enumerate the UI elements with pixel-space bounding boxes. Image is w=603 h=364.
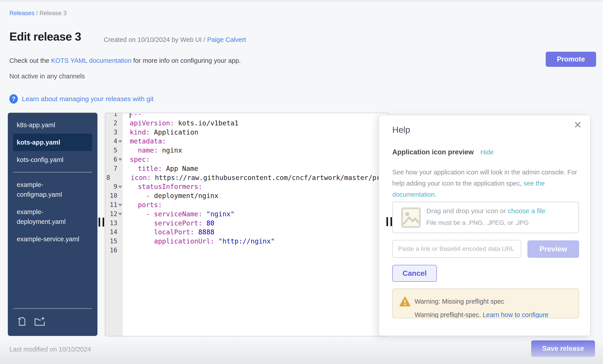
editor-line-8[interactable]: 8 icon: https://raw.githubusercontent.co… [105,173,388,182]
line-number: 13 [105,219,123,228]
hide-link[interactable]: Hide [480,149,494,156]
code-text: servicePort: 80 [123,219,214,228]
icon-url-input[interactable] [392,240,521,258]
editor-line-16[interactable]: 16 [105,246,388,255]
breadcrumb-releases-link[interactable]: Releases [9,10,35,16]
code-text: applicationUrl: "http://nginx" [123,237,275,246]
breadcrumb: Releases / Release 3 [9,10,67,17]
question-circle-icon: ? [9,94,18,104]
description-text: See how your application icon will look … [392,169,577,187]
channel-status: Not active in any channels [9,73,85,80]
edit-release-page: Releases / Release 3 Edit release 3 Crea… [0,0,603,364]
yaml-editor[interactable]: 1---2apiVersion: kots.io/v1beta13kind: A… [105,113,389,336]
editor-line-12[interactable]: 12 - serviceName: "nginx" [105,210,388,219]
promote-button[interactable]: Promote [546,52,596,67]
help-panel-resize-handle[interactable] [386,217,392,226]
editor-line-13[interactable]: 13 servicePort: 80 [105,219,388,228]
created-info: Created on 10/10/2024 by Web UI / Paige … [104,36,246,44]
line-number: 3 [105,128,123,137]
code-text: kind: Application [123,128,198,137]
code-text: name: nginx [123,146,182,155]
file-item-example-deployment.yaml[interactable]: example-deployment.yaml [13,203,92,230]
preview-button[interactable]: Preview [527,240,579,258]
created-text: Created on 10/10/2024 by Web UI / [104,36,207,43]
editor-line-7[interactable]: 7 title: App Name [105,164,388,173]
line-number: 11 [105,200,123,210]
editor-line-6[interactable]: 6spec: [105,155,388,164]
code-text [123,246,130,255]
file-tree-bottom-divider [13,308,92,309]
file-item-k8s-app.yaml[interactable]: k8s-app.yaml [13,116,92,134]
created-user-link[interactable]: Paige Calvert [207,36,246,43]
file-item-kots-config.yaml[interactable]: kots-config.yaml [13,151,92,168]
git-releases-link[interactable]: ? Learn about managing your releases wit… [9,94,153,104]
fold-arrow-icon[interactable] [118,213,122,215]
editor-line-2[interactable]: 2apiVersion: kots.io/v1beta1 [105,119,388,128]
line-number: 15 [105,237,123,246]
line-number: 9 [105,182,123,191]
doc-hint-pre: Check out the [9,57,51,64]
fold-arrow-icon[interactable] [118,204,122,206]
close-icon[interactable]: ✕ [574,119,582,131]
code-text: metadata: [123,137,166,146]
code-text: icon: https://raw.githubusercontent.com/… [116,173,388,182]
line-number: 6 [105,155,123,164]
cancel-button[interactable]: Cancel [392,265,437,282]
editor-line-5[interactable]: 5 name: nginx [105,146,388,155]
code-text: statusInformers: [123,182,202,191]
editor-line-11[interactable]: 11 ports: [105,200,388,210]
icon-preview-header: Application icon preview Hide [392,148,494,156]
preflight-warning: Warning: Missing preflight spec Warning … [392,288,579,318]
warning-detail-text: Warning preflight-spec. [415,311,483,318]
code-text: ports: [123,200,162,210]
add-folder-icon[interactable] [34,316,45,327]
breadcrumb-separator: / [35,10,40,16]
editor-line-4[interactable]: 4metadata: [105,137,388,146]
line-number: 10 [105,191,123,200]
warning-title: Warning: Missing preflight spec [415,298,504,305]
line-number: 1 [105,113,123,119]
doc-hint: Check out the KOTS YAML documentation fo… [9,57,241,64]
last-modified: Last modified on 10/10/2024 [9,346,91,353]
description-period: . [435,191,436,198]
dropzone-text-pre: Drag and drop your icon or [426,207,508,215]
learn-configure-link[interactable]: Learn how to configure [483,311,548,318]
code-text: - serviceName: "nginx" [123,210,235,219]
help-panel: ✕ Help Application icon preview Hide See… [378,115,591,336]
icon-preview-description: See how your application icon will look … [392,167,581,200]
code-text: --- [123,113,142,119]
editor-line-14[interactable]: 14 localPort: 8888 [105,228,388,237]
code-text: localPort: 8888 [123,228,214,237]
editor-line-10[interactable]: 10 - deployment/nginx [105,191,388,200]
fold-arrow-icon[interactable] [118,158,122,161]
add-file-icon[interactable] [17,316,27,327]
icon-dropzone[interactable]: Drag and drop your icon or choose a file… [392,202,579,233]
save-release-button[interactable]: Save release [531,340,595,357]
fold-arrow-icon[interactable] [118,186,122,188]
line-number: 14 [105,228,123,237]
line-number: 5 [105,146,123,155]
warning-detail: Warning preflight-spec. Learn how to con… [415,311,548,318]
editor-line-15[interactable]: 15 applicationUrl: "http://nginx" [105,237,388,246]
sidebar-resize-handle[interactable] [99,218,104,227]
fold-arrow-icon[interactable] [118,140,122,143]
doc-hint-post: for more info on configuring your app. [132,57,241,64]
dropzone-filetypes: File must be a .PNG, .JPEG, or .JPG [426,219,529,226]
editor-line-1[interactable]: 1--- [105,113,388,119]
text-cursor [130,113,130,118]
line-number: 16 [105,246,123,255]
top-strip [0,0,603,2]
kots-yaml-doc-link[interactable]: KOTS YAML documentation [51,57,132,64]
code-text: spec: [123,155,150,164]
file-item-example-service.yaml[interactable]: example-service.yaml [13,230,92,248]
file-group-1: example-configmap.yamlexample-deployment… [8,172,97,248]
code-text: - deployment/nginx [123,191,218,200]
file-item-kots-app.yaml[interactable]: kots-app.yaml [13,134,92,151]
editor-line-9[interactable]: 9 statusInformers: [105,182,388,191]
editor-line-3[interactable]: 3kind: Application [105,128,388,137]
file-item-example-configmap.yaml[interactable]: example-configmap.yaml [13,176,92,203]
line-number: 12 [105,210,123,219]
choose-file-link[interactable]: choose a file [508,207,545,215]
warning-triangle-icon [399,297,411,307]
file-tree-actions [17,316,45,327]
